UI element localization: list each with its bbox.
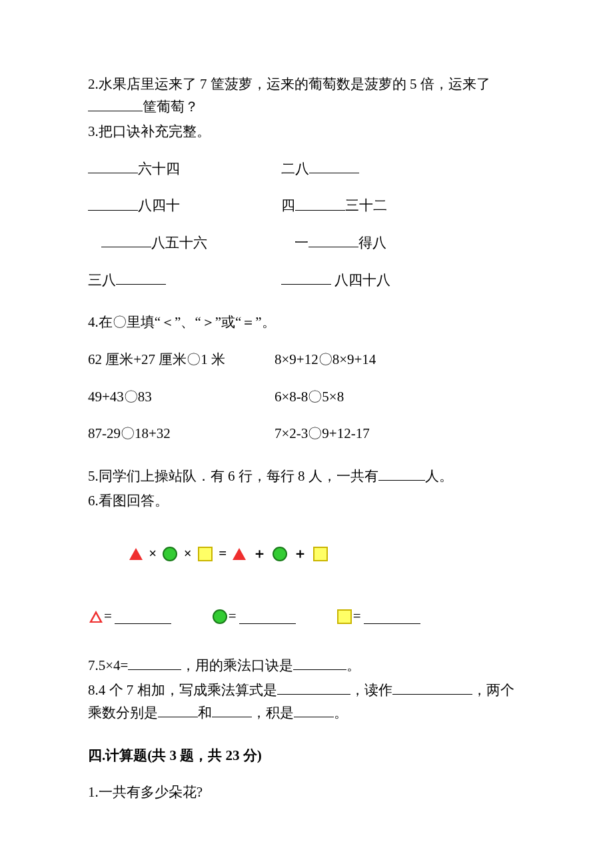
q6-answer-square: =	[336, 605, 420, 628]
q3-text: 三八	[88, 272, 116, 288]
circle-icon	[163, 547, 177, 561]
q8-p5: ，积是	[252, 705, 294, 721]
circle-icon	[273, 547, 287, 561]
triangle-icon	[129, 548, 143, 560]
q6-answers: = = =	[88, 605, 526, 628]
q3-text: 得八	[358, 235, 386, 251]
q6-equation: × × = ＋ ＋	[88, 542, 526, 565]
q3-row-4: 三八 八四十八	[88, 269, 526, 292]
section-4-title: 四.计算题(共 3 题，共 23 分)	[88, 745, 526, 767]
equals-icon: =	[217, 543, 228, 565]
q7-p1: 7.5×4=	[88, 657, 128, 673]
q8-blank[interactable]	[294, 702, 334, 717]
s4-question-1: 1.一共有多少朵花?	[88, 781, 526, 804]
q7-p3: 。	[346, 657, 360, 673]
q8-p4: 和	[198, 705, 212, 721]
q3-text: 六十四	[138, 161, 180, 177]
q3-text: 四	[281, 198, 295, 214]
q8-blank[interactable]	[277, 679, 350, 695]
q5-suffix: 人。	[425, 468, 453, 484]
q4-right: 7×2-3〇9+12-17	[275, 423, 526, 445]
q2-suffix: 筐葡萄？	[143, 99, 199, 115]
equals-label: =	[229, 605, 237, 628]
equals-label: =	[353, 605, 361, 628]
q3-text: 八四十八	[331, 272, 390, 288]
q8-blank[interactable]	[212, 702, 252, 717]
q3-blank[interactable]	[295, 195, 345, 210]
question-4-title: 4.在〇里填“＜”、“＞”或“＝”。	[88, 311, 526, 334]
q3-text: 二八	[281, 161, 309, 177]
q6-answer-circle: =	[211, 605, 296, 628]
q3-blank[interactable]	[308, 232, 358, 247]
q5-blank[interactable]	[378, 465, 425, 481]
triangle-icon	[89, 611, 103, 623]
question-7: 7.5×4=，用的乘法口诀是。	[88, 655, 526, 677]
q3-blank[interactable]	[88, 195, 138, 210]
q6-blank[interactable]	[364, 609, 420, 624]
q3-blank[interactable]	[281, 269, 331, 285]
q3-blank[interactable]	[101, 232, 151, 247]
q3-row-3: 八五十六 一得八	[88, 232, 526, 255]
q4-row-3: 87-29〇18+32 7×2-3〇9+12-17	[88, 423, 526, 445]
q5-prefix: 5.同学们上操站队．有 6 行，每行 8 人，一共有	[88, 468, 378, 484]
q3-blank[interactable]	[88, 158, 138, 173]
question-5: 5.同学们上操站队．有 6 行，每行 8 人，一共有人。	[88, 465, 526, 488]
q3-text: 一	[295, 235, 308, 251]
q3-text: 八五十六	[151, 235, 207, 251]
q3-text: 八四十	[138, 198, 180, 214]
q2-blank[interactable]	[88, 96, 143, 111]
q2-prefix: 2.水果店里运来了 7 筐菠萝，运来的葡萄数是菠萝的 5 倍，运来了	[88, 76, 490, 92]
q4-left: 62 厘米+27 厘米〇1 米	[88, 349, 275, 371]
q3-text: 三十二	[345, 198, 387, 214]
q8-p2: ，读作	[350, 682, 392, 698]
q8-blank[interactable]	[392, 679, 472, 695]
square-icon	[198, 547, 213, 561]
question-2: 2.水果店里运来了 7 筐菠萝，运来的葡萄数是菠萝的 5 倍，运来了筐葡萄？	[88, 73, 526, 118]
triangle-icon	[233, 548, 246, 560]
q4-left: 87-29〇18+32	[88, 423, 275, 445]
q7-blank[interactable]	[128, 655, 181, 670]
q6-blank[interactable]	[239, 609, 296, 624]
square-icon	[337, 609, 352, 624]
q7-blank[interactable]	[293, 655, 346, 670]
circle-icon	[213, 609, 227, 624]
q3-blank[interactable]	[309, 158, 359, 173]
q6-answer-triangle: =	[88, 605, 171, 628]
square-icon	[313, 547, 328, 561]
multiply-icon: ×	[147, 543, 158, 565]
question-3-title: 3.把口诀补充完整。	[88, 121, 526, 143]
q4-left: 49+43〇83	[88, 386, 275, 409]
question-8: 8.4 个 7 相加，写成乘法算式是，读作，两个乘数分别是和，积是。	[88, 679, 526, 724]
multiply-icon: ×	[183, 543, 193, 565]
q8-p1: 8.4 个 7 相加，写成乘法算式是	[88, 682, 277, 698]
q4-row-2: 49+43〇83 6×8-8〇5×8	[88, 386, 526, 409]
plus-icon: ＋	[292, 543, 308, 565]
q4-row-1: 62 厘米+27 厘米〇1 米 8×9+12〇8×9+14	[88, 349, 526, 371]
question-6-title: 6.看图回答。	[88, 490, 526, 513]
q3-row-1: 六十四 二八	[88, 158, 526, 181]
q4-right: 8×9+12〇8×9+14	[275, 349, 526, 371]
q8-p6: 。	[334, 705, 348, 721]
q8-blank[interactable]	[158, 702, 198, 717]
q7-p2: ，用的乘法口诀是	[181, 657, 293, 673]
plus-icon: ＋	[251, 543, 268, 565]
q3-blank[interactable]	[116, 269, 166, 285]
equals-label: =	[104, 605, 112, 628]
q4-right: 6×8-8〇5×8	[275, 386, 526, 409]
q6-blank[interactable]	[115, 609, 171, 624]
q3-row-2: 八四十 四三十二	[88, 195, 526, 217]
